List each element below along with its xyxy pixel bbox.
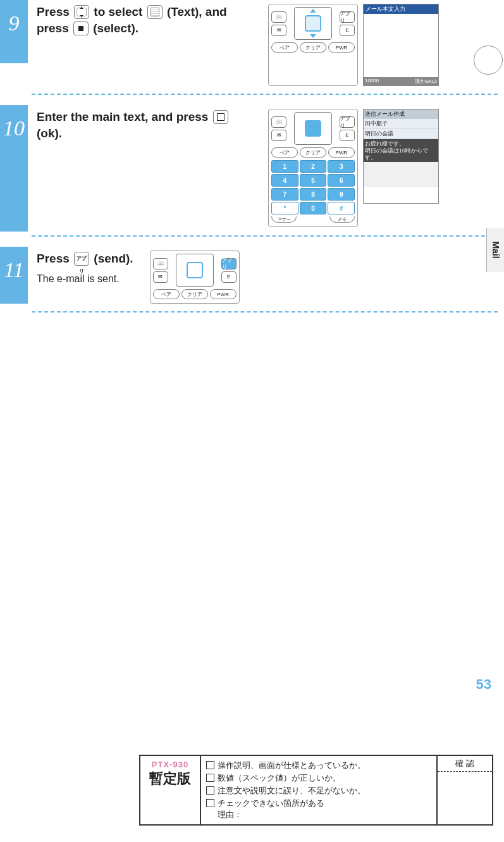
pwr-key: PWR	[328, 147, 355, 158]
phone-diagram-10: 📖 ✉ アプリ E ペア	[268, 109, 358, 227]
step-9: 9 Press to select (Text), and press (sel…	[0, 0, 504, 90]
screen-subject: 明日の会議	[364, 129, 438, 139]
key-4: 4	[271, 174, 298, 187]
checkbox-icon[interactable]	[206, 761, 214, 769]
ok-square-icon	[213, 110, 228, 124]
dpad-icon	[294, 112, 332, 145]
step-number: 10	[0, 105, 28, 232]
step-11-sub: The e-mail is sent.	[37, 273, 133, 285]
e-icon: E	[340, 25, 355, 36]
step-10: 10 Enter the main text, and press (ok). …	[0, 105, 504, 232]
clear-key: クリア	[300, 147, 326, 158]
pwr-key: PWR	[328, 42, 355, 53]
mail-icon: ✉	[271, 130, 286, 141]
checkbox-icon[interactable]	[206, 786, 214, 795]
book-icon: 📖	[271, 11, 286, 23]
key-6: 6	[328, 174, 355, 187]
dpad-icon	[176, 254, 214, 287]
review-checklist: 操作説明、画面が仕様とあっているか。 数値（スペック値）が正しいか。 注意文や説…	[201, 756, 438, 824]
screen-foot-right: 漢かaA12	[415, 78, 437, 85]
checklist-item: 注意文や説明文に誤り、不足がないか。	[206, 785, 431, 796]
key-9: 9	[328, 188, 355, 201]
txt: Press	[37, 252, 73, 265]
step-separator	[32, 94, 498, 95]
step-9-text: Press to select (Text), and press (selec…	[37, 4, 252, 36]
pwr-key: PWR	[210, 289, 237, 299]
side-tab-label: Mail	[491, 241, 501, 258]
txt: (select).	[93, 22, 138, 35]
callout-circle	[474, 46, 503, 75]
step-separator	[32, 235, 498, 237]
key-8: 8	[300, 188, 327, 201]
screen-lower	[364, 162, 438, 187]
screen-to: 田中順子	[364, 119, 438, 129]
book-icon: 📖	[271, 116, 286, 128]
pair-key: ペア	[153, 289, 180, 299]
step-separator	[32, 311, 498, 313]
key-3: 3	[328, 160, 355, 173]
confirm-header: 確 認	[438, 756, 492, 772]
checkbox-icon[interactable]	[206, 774, 214, 782]
checklist-item: 操作説明、画面が仕様とあっているか。	[206, 760, 431, 771]
app-icon-highlight: アプリ	[221, 258, 237, 269]
txt: Press	[37, 5, 73, 18]
app-key-icon: アプリ	[74, 252, 89, 266]
step-10-text: Enter the main text, and press (ok).	[37, 109, 252, 141]
key-7: 7	[271, 188, 298, 201]
checkbox-icon[interactable]	[206, 799, 214, 807]
screen-foot-left: 10000	[365, 78, 379, 85]
dpad-up-down-icon	[74, 5, 89, 19]
e-icon: E	[221, 271, 237, 283]
memo-key: メモ	[329, 216, 355, 223]
checklist-label: チェックできない箇所がある 理由：	[218, 798, 324, 820]
step-number: 9	[0, 0, 28, 63]
key-5: 5	[300, 174, 327, 187]
step-11-text: Press アプリ (send).	[37, 251, 133, 267]
pair-key: ペア	[271, 42, 298, 53]
key-0: 0	[300, 202, 327, 214]
screen-title: メール本文入力	[364, 4, 438, 14]
side-tab: Mail	[486, 228, 504, 272]
txt: Enter the main text, and press	[37, 110, 212, 123]
pair-key: ペア	[271, 147, 298, 158]
checklist-label: 操作説明、画面が仕様とあっているか。	[218, 760, 366, 771]
txt: (send).	[94, 252, 133, 265]
model-code: PTX-930	[144, 760, 196, 769]
mail-icon: ✉	[153, 271, 168, 283]
text-doc-icon	[147, 5, 163, 19]
checklist-label: 数値（スペック値）が正しいか。	[218, 772, 341, 784]
phone-screen-10: 送信メール作成 田中順子 明日の会議 お疲れ様です。 明日の会議は10時からです…	[363, 109, 439, 204]
phone-diagram-11: 📖 ✉ アプリ E ペア	[150, 251, 240, 304]
clear-key: クリア	[181, 289, 208, 299]
manner-key: マナー	[271, 216, 297, 223]
key-1: 1	[271, 160, 298, 173]
key-hash: #	[328, 202, 355, 214]
step-11: 11 Press アプリ (send). The e-mail is sent.	[0, 247, 504, 307]
select-square-icon	[73, 22, 89, 35]
key-star: *	[271, 202, 298, 214]
checklist-item: チェックできない箇所がある 理由：	[206, 798, 431, 820]
e-icon: E	[340, 130, 355, 141]
phone-screen-9: メール本文入力 10000 漢かaA12	[363, 4, 439, 86]
checklist-item: 数値（スペック値）が正しいか。	[206, 772, 431, 784]
screen-body	[364, 14, 438, 77]
clear-key: クリア	[300, 42, 326, 53]
key-2: 2	[300, 160, 327, 173]
keypad: 1 2 3 4 5 6 7 8 9 * 0 #	[271, 160, 355, 214]
dpad-icon	[294, 7, 332, 40]
phone-diagram-9: 📖 ✉ アプリ E	[268, 4, 358, 86]
confirm-area	[438, 772, 492, 816]
page-number: 53	[476, 676, 491, 693]
txt: (ok).	[37, 127, 62, 140]
checklist-label: 注意文や説明文に誤り、不足がないか。	[218, 785, 366, 796]
book-icon: 📖	[153, 258, 168, 269]
review-box: PTX-930 暫定版 操作説明、画面が仕様とあっているか。 数値（スペック値）…	[139, 755, 493, 826]
app-icon: アプリ	[340, 116, 355, 128]
app-icon: アプリ	[340, 11, 355, 23]
mail-icon: ✉	[271, 25, 286, 36]
screen-header: 送信メール作成	[364, 109, 438, 119]
provisional-stamp: 暫定版	[144, 769, 196, 788]
screen-body-dark: お疲れ様です。 明日の会議は10時からです。	[364, 139, 438, 162]
step-number: 11	[0, 247, 28, 304]
txt: to select	[94, 5, 145, 18]
